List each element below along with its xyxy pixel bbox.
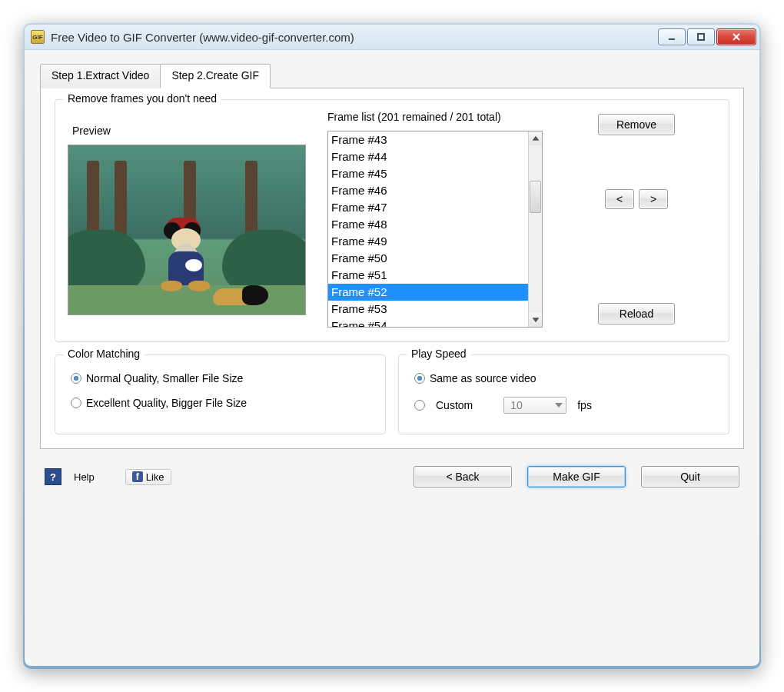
help-label[interactable]: Help (74, 471, 95, 483)
preview-image (68, 145, 306, 315)
frame-list-item[interactable]: Frame #54 (328, 318, 528, 327)
titlebar[interactable]: GIF Free Video to GIF Converter (www.vid… (25, 25, 759, 49)
scroll-down-icon[interactable] (529, 313, 542, 327)
like-label: Like (146, 471, 164, 483)
back-button[interactable]: < Back (414, 466, 512, 487)
frame-list-item[interactable]: Frame #44 (328, 148, 528, 165)
maximize-button[interactable] (687, 28, 715, 45)
frame-list-item[interactable]: Frame #53 (328, 301, 528, 318)
footer: ? Help f Like < Back Make GIF Quit (40, 449, 744, 492)
frame-list-label: Frame list (201 remained / 201 total) (327, 111, 543, 123)
radio-same-as-source[interactable]: Same as source video (411, 366, 716, 391)
radio-icon (71, 373, 81, 384)
group-play-speed-legend: Play Speed (407, 348, 471, 360)
svg-rect-1 (698, 34, 704, 40)
radio-icon (414, 400, 425, 411)
group-play-speed: Play Speed Same as source video Custom 1… (398, 354, 729, 434)
radio-label: Normal Quality, Smaller File Size (86, 372, 243, 384)
radio-label: Same as source video (430, 372, 537, 384)
chevron-down-icon (555, 403, 563, 408)
radio-icon (71, 398, 81, 408)
facebook-icon: f (132, 471, 143, 482)
radio-custom[interactable]: Custom (436, 399, 473, 411)
radio-label: Excellent Quality, Bigger File Size (86, 397, 247, 409)
group-remove-frames-legend: Remove frames you don't need (63, 92, 221, 105)
client-area: Step 1.Extract Video Step 2.Create GIF R… (25, 49, 759, 666)
tab-content: Remove frames you don't need Preview (40, 88, 744, 449)
window-title: Free Video to GIF Converter (www.video-g… (51, 31, 658, 44)
radio-icon (414, 373, 425, 384)
reload-button[interactable]: Reload (598, 303, 675, 324)
frame-list-item[interactable]: Frame #45 (328, 165, 528, 182)
help-icon[interactable]: ? (45, 468, 61, 485)
facebook-like-button[interactable]: f Like (125, 469, 171, 485)
frame-list-item[interactable]: Frame #49 (328, 233, 528, 250)
radio-excellent-quality[interactable]: Excellent Quality, Bigger File Size (68, 391, 373, 415)
listbox-scrollbar[interactable] (528, 131, 542, 327)
tab-step2[interactable]: Step 2.Create GIF (160, 64, 271, 88)
radio-normal-quality[interactable]: Normal Quality, Smaller File Size (68, 366, 373, 391)
remove-button[interactable]: Remove (598, 114, 675, 135)
quit-button[interactable]: Quit (641, 466, 739, 487)
app-icon: GIF (31, 30, 45, 44)
make-gif-button[interactable]: Make GIF (527, 466, 626, 487)
frame-list-item[interactable]: Frame #50 (328, 250, 528, 267)
window-chrome: GIF Free Video to GIF Converter (www.vid… (23, 23, 761, 669)
group-color-matching-legend: Color Matching (63, 348, 145, 360)
close-button[interactable] (716, 28, 756, 45)
frame-list-item[interactable]: Frame #51 (328, 267, 528, 284)
tab-step1[interactable]: Step 1.Extract Video (40, 64, 161, 88)
scroll-thumb[interactable] (530, 181, 541, 213)
group-remove-frames: Remove frames you don't need Preview (55, 99, 729, 342)
group-color-matching: Color Matching Normal Quality, Smaller F… (55, 354, 386, 434)
frame-list-item[interactable]: Frame #47 (328, 199, 528, 216)
prev-frame-button[interactable]: < (605, 189, 634, 209)
frame-list-item[interactable]: Frame #48 (328, 216, 528, 233)
frame-list-item[interactable]: Frame #46 (328, 182, 528, 199)
scroll-up-icon[interactable] (529, 131, 542, 145)
fps-value: 10 (510, 399, 550, 411)
fps-unit-label: fps (577, 399, 592, 411)
frame-list-item[interactable]: Frame #43 (328, 131, 528, 148)
next-frame-button[interactable]: > (639, 189, 668, 209)
minimize-button[interactable] (658, 28, 686, 45)
tab-strip: Step 1.Extract Video Step 2.Create GIF (40, 64, 744, 88)
fps-combo[interactable]: 10 (503, 397, 566, 414)
frame-list-item[interactable]: Frame #52 (328, 284, 528, 301)
preview-label: Preview (72, 125, 314, 137)
frame-listbox[interactable]: Frame #43Frame #44Frame #45Frame #46Fram… (327, 131, 543, 328)
